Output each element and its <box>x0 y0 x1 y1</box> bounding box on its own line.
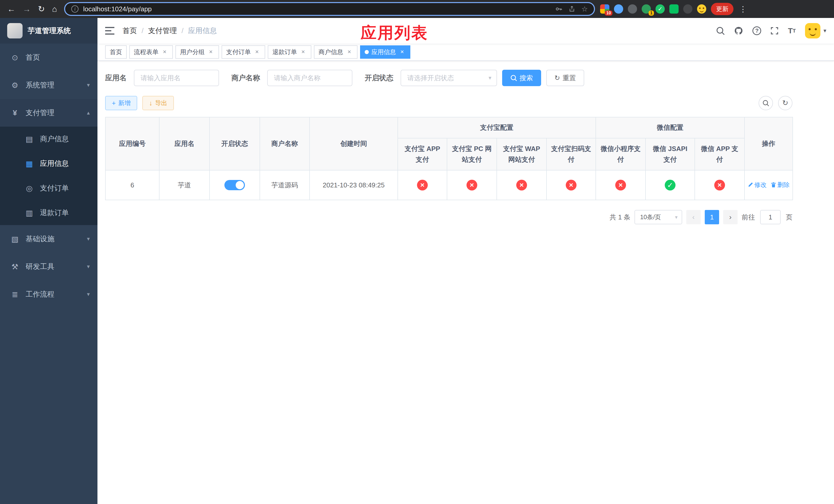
sidebar-item-infrastructure[interactable]: 基础设施 ▾ <box>0 225 97 253</box>
app-logo: 芋道管理系统 <box>0 18 97 44</box>
tab-refund-order[interactable]: 退款订单 × <box>268 45 311 59</box>
tab-app-info[interactable]: 应用信息 × <box>360 45 410 59</box>
goto-page-input[interactable] <box>760 210 781 224</box>
cell-created-time: 2021-10-23 08:49:25 <box>310 170 398 200</box>
app-table: 应用编号 应用名 开启状态 商户名称 创建时间 支付宝配置 微信配置 操作 支付… <box>105 117 793 200</box>
browser-menu-icon[interactable]: ⋮ <box>738 5 748 14</box>
breadcrumb-current: 应用信息 <box>188 26 217 36</box>
sidebar: 芋道管理系统 首页 系统管理 ▾ 支付管理 ▴ 商户信息 应用信息 <box>0 18 97 504</box>
tab-user-group[interactable]: 用户分组 × <box>175 45 219 59</box>
tab-bar: 首页 流程表单 × 用户分组 × 支付订单 × 退款订单 × 商户信息 × <box>97 44 834 61</box>
home-icon[interactable]: ⌂ <box>52 5 57 13</box>
sidebar-item-refund-order[interactable]: 退款订单 <box>0 201 97 225</box>
browser-extensions: 10 1 ✓ 更新 ⋮ <box>600 3 748 15</box>
refresh-table-button[interactable]: ↻ <box>778 96 792 110</box>
export-button[interactable]: ↓ 导出 <box>142 96 174 110</box>
forward-icon[interactable]: → <box>23 5 31 13</box>
sidebar-item-devtools[interactable]: 研发工具 ▾ <box>0 253 97 280</box>
cell-app-id: 6 <box>105 170 159 200</box>
tab-home[interactable]: 首页 <box>105 45 127 59</box>
page-size-select[interactable]: 10条/页 ▾ <box>635 210 682 224</box>
page-number-button[interactable]: 1 <box>705 210 719 224</box>
tab-pay-order[interactable]: 支付订单 × <box>222 45 265 59</box>
sidebar-item-system[interactable]: 系统管理 ▾ <box>0 71 97 99</box>
fullscreen-icon[interactable] <box>770 27 778 35</box>
column-header: 支付宝 APP 支付 <box>398 138 447 170</box>
close-icon[interactable]: × <box>207 48 214 55</box>
reset-button[interactable]: ↻ 重置 <box>546 70 584 86</box>
extension-icon[interactable] <box>628 4 637 14</box>
reload-icon[interactable]: ↻ <box>38 5 45 13</box>
app-name-input[interactable] <box>134 70 219 86</box>
password-key-icon[interactable] <box>555 5 563 13</box>
extension-icon[interactable]: ✓ <box>656 4 665 14</box>
breadcrumb-home[interactable]: 首页 <box>123 26 137 36</box>
cell-app-name: 芋道 <box>159 170 210 200</box>
sidebar-item-home[interactable]: 首页 <box>0 44 97 71</box>
help-icon[interactable]: ? <box>752 26 761 35</box>
close-icon[interactable]: × <box>254 48 261 55</box>
status-success-icon <box>665 180 676 190</box>
search-icon[interactable] <box>716 26 725 35</box>
sidebar-item-pay-order[interactable]: 支付订单 <box>0 176 97 201</box>
close-icon[interactable]: × <box>346 48 353 55</box>
refresh-icon: ↻ <box>554 75 560 81</box>
goto-suffix: 页 <box>786 213 792 222</box>
sidebar-item-merchant-info[interactable]: 商户信息 <box>0 127 97 151</box>
chevron-down-icon: ▾ <box>675 214 678 220</box>
close-icon[interactable]: × <box>300 48 307 55</box>
extension-icon[interactable]: 1 <box>642 4 651 14</box>
navbar: 首页 / 支付管理 / 应用信息 ? TT <box>97 18 834 44</box>
chevron-up-icon: ▴ <box>87 110 90 116</box>
user-avatar[interactable] <box>805 23 820 39</box>
tab-merchant-info[interactable]: 商户信息 × <box>314 45 357 59</box>
column-group-wechat: 微信配置 <box>596 117 745 138</box>
sidebar-item-app-info[interactable]: 应用信息 <box>0 151 97 176</box>
status-fail-icon <box>714 180 725 190</box>
status-select[interactable]: 请选择开启状态 ▾ <box>401 70 497 86</box>
extension-icon[interactable]: 10 <box>600 4 609 14</box>
extension-icon[interactable] <box>670 4 679 14</box>
toggle-search-button[interactable] <box>759 96 773 110</box>
tab-process-form[interactable]: 流程表单 × <box>129 45 173 59</box>
refund-order-icon <box>25 208 34 217</box>
site-info-icon[interactable]: i <box>71 5 79 13</box>
status-toggle[interactable] <box>224 180 245 190</box>
font-size-icon[interactable]: TT <box>788 27 796 35</box>
add-button[interactable]: + 新增 <box>105 96 137 110</box>
user-menu[interactable]: ▾ <box>805 23 826 39</box>
profile-avatar[interactable] <box>697 4 706 14</box>
prev-page-button[interactable]: ‹ <box>686 210 701 224</box>
column-header: 操作 <box>745 117 793 170</box>
sidebar-item-workflow[interactable]: 工作流程 ▾ <box>0 280 97 308</box>
address-bar[interactable]: i localhost:1024/pay/app ☆ <box>64 2 595 16</box>
column-header: 商户名称 <box>260 117 310 170</box>
navbar-actions: ? TT ▾ <box>716 23 826 39</box>
bookmark-star-icon[interactable]: ☆ <box>581 5 588 13</box>
next-page-button[interactable]: › <box>723 210 738 224</box>
extension-icon[interactable] <box>614 4 623 14</box>
close-icon[interactable]: × <box>398 48 406 55</box>
sidebar-submenu-payment: 商户信息 应用信息 支付订单 退款订单 <box>0 127 97 225</box>
status-fail-icon <box>566 180 576 190</box>
workflow-icon <box>10 290 20 299</box>
hamburger-icon[interactable] <box>105 27 114 35</box>
search-button[interactable]: 搜索 <box>502 70 541 86</box>
breadcrumb-separator: / <box>141 27 144 35</box>
share-icon[interactable] <box>569 5 575 13</box>
browser-update-button[interactable]: 更新 <box>711 3 733 15</box>
app-name-label: 应用名 <box>105 73 127 83</box>
merchant-name-input[interactable] <box>267 70 352 86</box>
close-icon[interactable]: × <box>161 48 168 55</box>
sidebar-item-payment[interactable]: 支付管理 ▴ <box>0 99 97 127</box>
back-icon[interactable]: ← <box>7 5 15 13</box>
github-icon[interactable] <box>734 26 743 36</box>
breadcrumb-separator: / <box>181 27 184 35</box>
breadcrumb-section[interactable]: 支付管理 <box>148 26 177 36</box>
extension-icon[interactable] <box>683 4 693 14</box>
browser-chrome: ← → ↻ ⌂ i localhost:1024/pay/app ☆ 10 1 … <box>0 0 834 18</box>
pagination: 共 1 条 10条/页 ▾ ‹ 1 › 前往 页 <box>105 210 792 224</box>
delete-button[interactable]: 删除 <box>771 181 790 189</box>
filter-bar: 应用名 商户名称 开启状态 请选择开启状态 ▾ <box>105 70 792 86</box>
edit-button[interactable]: 修改 <box>748 181 767 189</box>
